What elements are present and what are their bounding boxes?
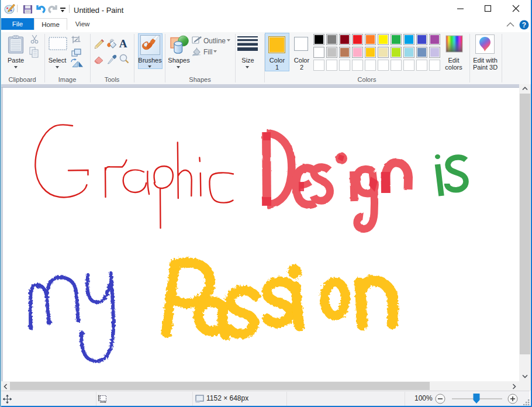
svg-text:?: ? (522, 21, 526, 29)
